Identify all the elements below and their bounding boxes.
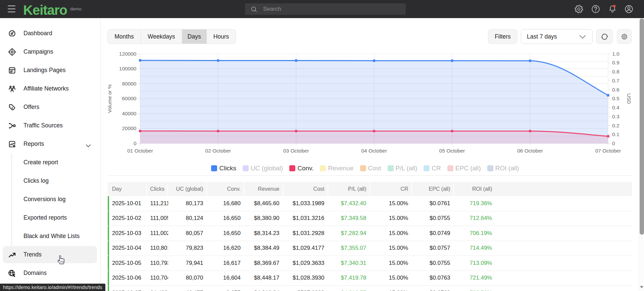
- trends-chart[interactable]: 02000040000600008000010000012000000.10.2…: [101, 47, 639, 159]
- legend-item-epc-all-[interactable]: EPC (all): [447, 165, 481, 172]
- sidebar: DashboardCampaignsLandings PagesAffiliat…: [0, 18, 101, 291]
- legend-label: Conv.: [297, 165, 313, 172]
- scrollbar-down-arrow[interactable]: [640, 286, 643, 288]
- notifications-icon[interactable]: [608, 4, 617, 14]
- svg-text:0.3: 0.3: [612, 114, 620, 119]
- table-row[interactable]: 2025-10-03111,00280,05716,650$8,314.23$1…: [108, 226, 632, 241]
- column-header-p-l-all-[interactable]: P/L (all): [328, 182, 369, 196]
- period-select[interactable]: Last 7 days: [521, 29, 593, 44]
- table-row[interactable]: 2025-10-01111,21180,17316,680$8,465.60$1…: [108, 196, 632, 211]
- cell-cr: 15.00%: [370, 215, 412, 222]
- sidebar-item-landings-pages[interactable]: Landings Pages: [0, 61, 100, 79]
- svg-text:60000: 60000: [122, 96, 136, 101]
- legend-item-clicks[interactable]: Clicks: [211, 165, 236, 172]
- cell-roi-all-: 706.19%: [454, 230, 496, 237]
- sidebar-item-label: Campaigns: [23, 48, 53, 55]
- legend-item-revenue[interactable]: Revenue: [320, 165, 353, 172]
- cell-p-l-all-: $7,340.31: [328, 260, 370, 267]
- scrollbar-thumb[interactable]: [640, 18, 644, 235]
- app-logo[interactable]: Keitaro: [23, 3, 67, 17]
- page: Keitaro demo DashboardCampaignsLandings …: [0, 0, 644, 291]
- cell-uc-global-: 80,070: [168, 275, 207, 281]
- sidebar-item-black-and-white-lists[interactable]: Black and White Lists: [0, 227, 100, 245]
- cell-cr: 15.00%: [370, 245, 412, 251]
- cell-conv-: 16,617: [207, 260, 245, 267]
- sidebar-item-dashboard[interactable]: Dashboard: [0, 24, 100, 43]
- table-row[interactable]: 2025-10-04110,80179,82316,620$8,384.49$1…: [108, 241, 632, 256]
- cell-roi-all-: 714.49%: [454, 245, 496, 251]
- table-row[interactable]: 2025-10-06110,70480,07016,604$8,448.17$1…: [108, 271, 632, 286]
- sidebar-item-trends[interactable]: Trends: [0, 245, 100, 264]
- sidebar-item-label: Dashboard: [23, 30, 52, 37]
- column-header-roi-all-[interactable]: ROI (all): [454, 182, 495, 196]
- search-input[interactable]: [262, 5, 390, 13]
- legend-item-conv-[interactable]: Conv.: [289, 165, 313, 172]
- table-row[interactable]: 2025-10-05110,79379,94116,617$8,369.67$1…: [108, 256, 632, 271]
- sidebar-item-affiliate-networks[interactable]: Affiliate Networks: [0, 79, 100, 98]
- help-icon[interactable]: [591, 4, 600, 14]
- chart-settings-button[interactable]: [617, 29, 632, 44]
- page-scrollbar[interactable]: [639, 18, 644, 291]
- trends-icon: [8, 251, 16, 259]
- legend-item-p-l-all-[interactable]: P/L (all): [388, 165, 417, 172]
- column-header-epc-all-[interactable]: EPC (all): [412, 182, 453, 196]
- sidebar-item-offers[interactable]: $Offers: [0, 98, 100, 116]
- legend-swatch: [289, 165, 295, 171]
- sidebar-item-label: Clicks log: [23, 177, 49, 184]
- search-box[interactable]: [245, 3, 406, 15]
- column-header-conv-[interactable]: Conv.: [207, 182, 244, 196]
- sidebar-item-label: Reports: [23, 140, 44, 148]
- tab-months[interactable]: Months: [108, 30, 141, 44]
- legend-item-cost[interactable]: Cost: [360, 165, 381, 172]
- column-header-cost[interactable]: Cost: [283, 182, 328, 196]
- tab-weekdays[interactable]: Weekdays: [141, 30, 182, 44]
- legend-label: Revenue: [328, 165, 353, 172]
- svg-text:03 October: 03 October: [283, 148, 309, 154]
- svg-text:01 October: 01 October: [127, 148, 153, 154]
- svg-text:0: 0: [612, 140, 615, 146]
- menu-icon[interactable]: [8, 5, 15, 12]
- table-row[interactable]: 2025-10-0764,49846,4579,675$4,910.84$597…: [108, 286, 632, 291]
- filters-label: Filters: [495, 33, 511, 40]
- column-header-cr[interactable]: CR: [370, 182, 411, 196]
- account-icon[interactable]: [624, 4, 634, 14]
- clicks-value-clip: 111,005: [150, 215, 168, 222]
- cell-revenue: $8,380.90: [244, 215, 283, 222]
- tab-hours[interactable]: Hours: [207, 30, 236, 44]
- sidebar-item-label: Traffic Sources: [23, 122, 63, 129]
- sidebar-item-conversions-log[interactable]: Conversions log: [0, 190, 100, 209]
- sidebar-item-domains[interactable]: Domains: [0, 264, 100, 282]
- cell-epc-all-: $0.0749: [412, 230, 454, 237]
- column-header-day[interactable]: Day: [108, 182, 146, 196]
- tab-days[interactable]: Days: [182, 30, 207, 44]
- legend-swatch: [388, 165, 394, 171]
- legend-item-roi-all-[interactable]: ROI (all): [487, 165, 519, 172]
- status-url: https://demo.keitaro.io/admin/#!/trends/…: [0, 284, 105, 291]
- filters-button[interactable]: Filters: [488, 29, 517, 44]
- cell-day: 2025-10-07: [108, 290, 147, 291]
- column-header-revenue[interactable]: Revenue: [244, 182, 283, 196]
- column-header-clicks[interactable]: Clicks: [147, 182, 168, 196]
- sidebar-item-traffic-sources[interactable]: Traffic Sources: [0, 116, 100, 135]
- sidebar-item-label: Domains: [23, 270, 47, 277]
- refresh-button[interactable]: [596, 29, 613, 44]
- table-row[interactable]: 2025-10-02111,00580,12416,650$8,380.90$1…: [108, 211, 632, 226]
- sidebar-item-campaigns[interactable]: Campaigns: [0, 43, 100, 61]
- cell-conv-: 16,650: [207, 215, 245, 222]
- column-header-uc-global-[interactable]: UC (global): [168, 182, 206, 196]
- legend-item-cr[interactable]: CR: [424, 165, 441, 172]
- svg-text:06 October: 06 October: [517, 148, 543, 154]
- cell-cr: 15.00%: [370, 290, 412, 291]
- sidebar-item-reports[interactable]: Reports: [0, 135, 100, 153]
- sidebar-item-clicks-log[interactable]: Clicks log: [0, 172, 100, 190]
- cell-revenue: $4,910.84: [244, 290, 283, 291]
- legend-swatch: [447, 165, 453, 171]
- legend-label: P/L (all): [396, 165, 417, 172]
- sidebar-item-create-report[interactable]: Create report: [0, 153, 100, 172]
- sidebar-item-exported-reports[interactable]: Exported reports: [0, 209, 100, 227]
- settings-icon[interactable]: [574, 4, 584, 14]
- legend-item-uc-global-[interactable]: UC (global): [243, 165, 283, 172]
- svg-text:0.2: 0.2: [612, 123, 620, 128]
- legend-label: Clicks: [219, 165, 236, 172]
- submenu-indent-line: [11, 154, 12, 246]
